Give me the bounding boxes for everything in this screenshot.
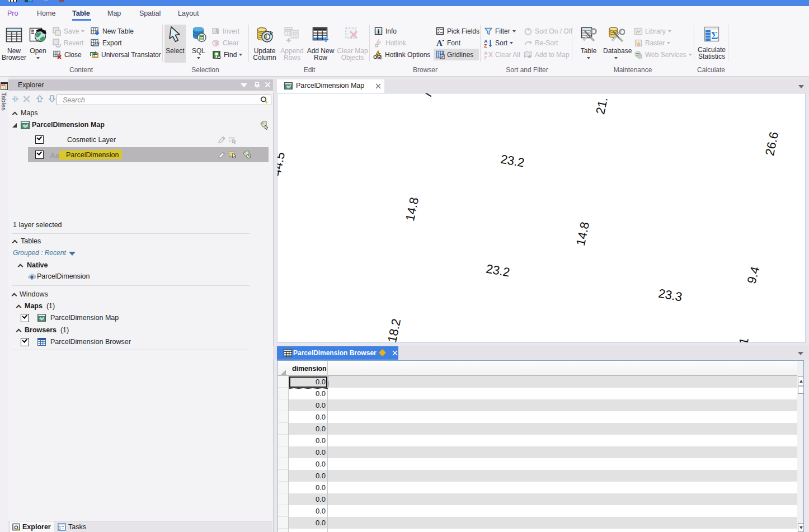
svg-text:A: A	[436, 39, 443, 48]
svg-text:Z: Z	[484, 54, 487, 59]
svg-text:Z: Z	[484, 43, 487, 48]
svg-text:Σ: Σ	[711, 30, 718, 41]
